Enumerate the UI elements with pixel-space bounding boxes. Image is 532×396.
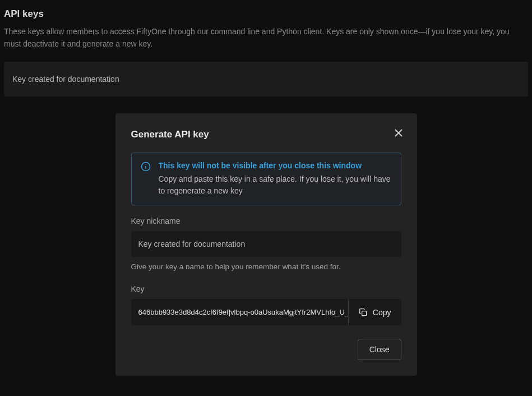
copy-icon [359,308,368,317]
modal-title: Generate API key [131,129,401,140]
copy-button[interactable]: Copy [348,299,401,325]
modal-overlay: Generate API key This key will not be vi… [0,0,532,396]
svg-rect-5 [362,311,366,315]
copy-label: Copy [373,308,391,317]
key-row: 646bbb933e3d8d4c2cf6f9ef|vlbpq-o0aUsukaM… [131,299,401,325]
nickname-hint: Give your key a name to help you remembe… [131,263,401,271]
nickname-input[interactable] [131,231,401,257]
close-button[interactable]: Close [358,339,401,360]
info-content: This key will not be visible after you c… [159,161,392,197]
key-value[interactable]: 646bbb933e3d8d4c2cf6f9ef|vlbpq-o0aUsukaM… [131,299,348,325]
modal-close-button[interactable] [392,127,405,139]
info-description: Copy and paste this key in a safe place.… [159,173,392,197]
info-alert: This key will not be visible after you c… [131,153,401,205]
info-icon [141,161,151,197]
info-title: This key will not be visible after you c… [159,161,392,170]
nickname-label: Key nickname [131,217,401,225]
key-label: Key [131,284,401,293]
modal-footer: Close [131,339,401,360]
close-icon [395,129,403,137]
generate-api-key-modal: Generate API key This key will not be vi… [115,113,417,376]
